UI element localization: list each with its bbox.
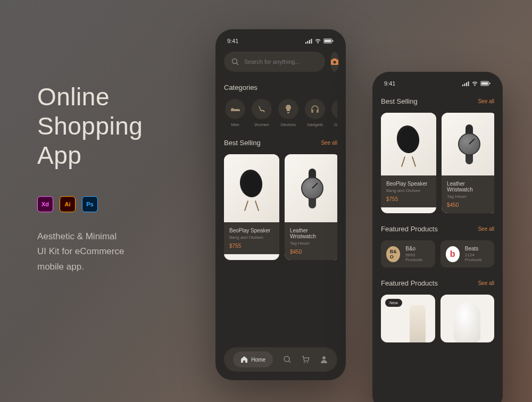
category-label: Gaming	[334, 122, 337, 127]
brand-beats-icon: b	[446, 246, 460, 262]
best-selling-title: Best Selling	[224, 139, 261, 147]
nav-search-icon[interactable]	[283, 355, 292, 364]
phone-mockup-2: 9:41 Best Selling See all BeoPlay Speake…	[372, 72, 503, 402]
desc-line-3: mobile app.	[37, 259, 197, 275]
nav-home[interactable]: Home	[233, 351, 273, 367]
brand-name: B&o	[405, 246, 429, 252]
brand-bo-icon: B&O	[386, 246, 400, 262]
hero-section: Online Shopping App Xd Ai Ps Aesthetic &…	[37, 82, 197, 275]
hero-title: Online Shopping App	[37, 82, 197, 171]
product-image	[454, 303, 480, 342]
camera-button[interactable]	[330, 52, 339, 72]
category-label: Men	[231, 122, 239, 127]
status-time: 9:41	[227, 38, 238, 44]
brand-name: Beats	[465, 246, 489, 252]
desc-line-1: Aesthetic & Minimal	[37, 229, 197, 245]
svg-point-7	[284, 356, 289, 362]
category-label: Devices	[281, 122, 296, 127]
search-bar[interactable]	[224, 52, 325, 72]
tool-icons: Xd Ai Ps	[37, 196, 197, 212]
adobe-xd-icon: Xd	[37, 196, 53, 212]
product-card-watch[interactable]: Leather Wristwatch Tag Heuer $450	[285, 154, 337, 260]
svg-rect-2	[332, 40, 334, 42]
featured-card-1[interactable]: New	[381, 295, 435, 342]
battery-icon	[480, 81, 491, 86]
gamepad-icon	[336, 106, 337, 112]
speaker-image	[240, 170, 264, 207]
svg-rect-13	[481, 82, 488, 85]
title-line-1: Online	[37, 82, 197, 112]
svg-point-11	[322, 356, 326, 359]
watch-image	[299, 169, 326, 208]
category-gadgets[interactable]: Gadgets	[304, 99, 326, 127]
category-label: Women	[254, 122, 269, 127]
product-name: BeoPlay Speaker	[229, 228, 274, 233]
product-brand: Bang and Olufsen	[386, 188, 431, 193]
heel-icon	[257, 105, 266, 113]
battery-icon	[323, 38, 334, 44]
svg-point-9	[304, 362, 305, 363]
title-line-2: Shopping	[37, 112, 197, 141]
product-card-watch[interactable]: Leather Wristwatch Tag Heuer $450	[442, 113, 494, 213]
headphones-icon	[311, 105, 319, 113]
brand-sub: 5693 Products	[405, 253, 429, 262]
product-price: $755	[386, 196, 431, 202]
nav-home-label: Home	[251, 357, 265, 363]
new-badge: New	[385, 299, 402, 307]
product-brand: Tag Heuer	[290, 241, 335, 246]
hero-description: Aesthetic & Minimal UI Kit for eCommerce…	[37, 229, 197, 275]
camera-icon	[330, 58, 339, 65]
phone-mockup-1: 9:41 Categories Men Women Devices Gadget…	[215, 29, 346, 380]
product-price: $450	[290, 249, 335, 255]
brand-card-bo[interactable]: B&O B&o 5693 Products	[381, 240, 435, 267]
svg-point-3	[232, 59, 237, 64]
best-selling-section-2: Best Selling See all BeoPlay Speaker Ban…	[372, 97, 503, 213]
categories-section: Categories Men Women Devices Gadgets Gam…	[215, 83, 346, 127]
product-card-speaker[interactable]: BeoPlay Speaker Bang and Olufsen $755	[224, 154, 279, 260]
product-name: Leather Wristwatch	[290, 228, 335, 239]
category-men[interactable]: Men	[224, 99, 246, 127]
search-icon	[231, 58, 239, 65]
categories-title: Categories	[224, 83, 257, 91]
nav-profile-icon[interactable]	[320, 355, 328, 364]
svg-point-10	[307, 362, 308, 363]
svg-rect-14	[489, 83, 491, 85]
svg-line-4	[237, 63, 239, 65]
see-all-link[interactable]: See all	[478, 226, 494, 232]
featured-products-section: Featured Products See all New	[372, 279, 503, 342]
status-icons	[305, 38, 334, 44]
svg-line-8	[289, 361, 290, 363]
product-price: $755	[229, 243, 274, 249]
category-devices[interactable]: Devices	[277, 99, 300, 127]
search-input[interactable]	[244, 58, 318, 65]
best-selling-section: Best Selling See all BeoPlay Speaker Ban…	[215, 139, 346, 260]
see-all-link[interactable]: See all	[478, 280, 494, 286]
featured-card-2[interactable]	[440, 295, 495, 342]
bottom-nav: Home	[224, 347, 337, 372]
see-all-link[interactable]: See all	[478, 98, 494, 104]
product-card-speaker[interactable]: BeoPlay Speaker Bang and Olufsen $755	[381, 113, 436, 213]
product-name: Leather Wristwatch	[447, 181, 492, 192]
svg-rect-1	[325, 40, 331, 43]
category-label: Gadgets	[307, 122, 323, 127]
wifi-icon	[314, 38, 321, 44]
product-name: BeoPlay Speaker	[386, 181, 431, 187]
best-selling-title: Best Selling	[381, 97, 418, 105]
status-bar: 9:41	[215, 29, 346, 49]
status-bar: 9:41	[372, 72, 503, 92]
status-time: 9:41	[384, 80, 395, 87]
bulb-icon	[285, 104, 292, 114]
category-women[interactable]: Women	[251, 99, 273, 127]
category-gaming[interactable]: Gaming	[330, 99, 337, 127]
featured-brands-title: Featured Products	[381, 225, 438, 233]
speaker-image	[397, 125, 421, 163]
sneaker-icon	[230, 106, 240, 112]
nav-cart-icon[interactable]	[301, 355, 310, 364]
brand-card-beats[interactable]: b Beats 1124 Products	[440, 240, 495, 267]
see-all-link[interactable]: See all	[321, 140, 337, 146]
desc-line-2: UI Kit for eCommerce	[37, 244, 197, 259]
product-price: $450	[447, 202, 492, 208]
adobe-ai-icon: Ai	[60, 196, 76, 212]
watch-image	[456, 124, 483, 164]
product-brand: Bang and Olufsen	[229, 235, 274, 240]
